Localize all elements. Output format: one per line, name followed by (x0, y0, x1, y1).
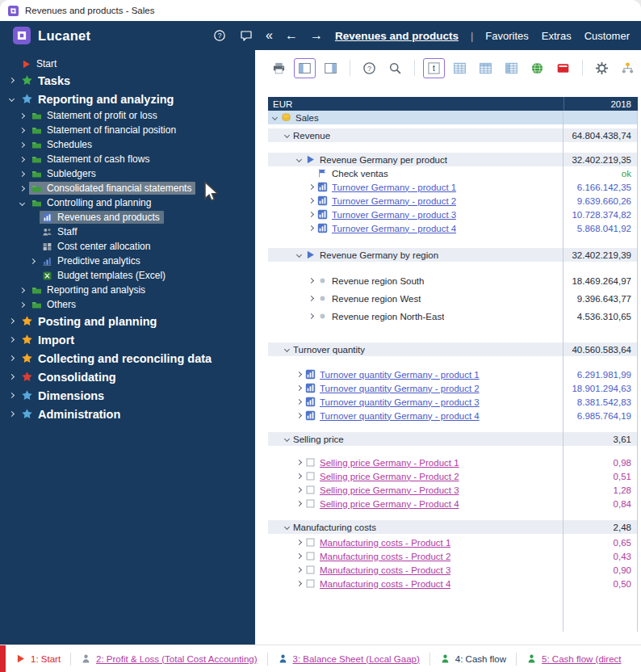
grid-row-label[interactable]: Turnover Germany - product 3 (332, 210, 456, 220)
tree-node[interactable]: Posting and planning (19, 314, 161, 329)
structure-button[interactable] (617, 58, 639, 78)
grid-row-label[interactable]: Manufacturing costs - Product 1 (320, 538, 450, 548)
feedback-bubble-icon[interactable] (239, 28, 253, 43)
forward-icon[interactable]: → (310, 29, 323, 42)
grid-row-label[interactable]: Turnover quantity Germany - product 4 (320, 411, 480, 421)
chevron-right-icon[interactable] (19, 185, 25, 191)
row-chevron-right-icon[interactable] (296, 473, 302, 479)
grid-row-label[interactable]: Turnover quantity (293, 345, 365, 355)
tree-node[interactable]: Start (19, 57, 61, 70)
chevron-right-icon[interactable] (19, 141, 25, 147)
sidebar-item[interactable]: Administration (0, 405, 255, 423)
text-view-button[interactable]: t (423, 58, 445, 78)
grid-row-label[interactable]: Revenue region West (332, 294, 421, 304)
sidebar-item[interactable]: Consolidating (0, 368, 255, 386)
tree-node[interactable]: Subledgers (29, 167, 100, 180)
grid-row-label[interactable]: Check ventas (332, 169, 388, 178)
grid-value-cell[interactable]: 0,90 (563, 563, 638, 577)
row-chevron-right-icon[interactable] (296, 501, 302, 506)
chevron-right-icon[interactable] (19, 156, 25, 162)
row-chevron-right-icon[interactable] (296, 372, 302, 377)
row-chevron-right-icon[interactable] (308, 184, 314, 190)
grid-row-label[interactable]: Revenue region North-East (332, 312, 444, 321)
grid-row-label[interactable]: Manufacturing costs - Product 4 (320, 579, 450, 589)
tree-node[interactable]: Predictive analytics (40, 254, 145, 267)
sidebar-item[interactable]: Budget templates (Excel) (0, 268, 255, 283)
grid-row-label[interactable]: Revenue Germany by region (320, 250, 438, 260)
report-tab[interactable]: 5: Cash flow (direct (517, 645, 631, 672)
tree-node[interactable]: Budget templates (Excel) (40, 269, 170, 282)
table-view-button[interactable] (449, 58, 471, 78)
grid-value-cell[interactable]: 6.985.764,19 (563, 409, 638, 422)
sidebar-item[interactable]: Predictive analytics (0, 254, 255, 268)
grid-row-label[interactable]: Turnover Germany - product 1 (332, 183, 456, 192)
sidebar-item[interactable]: Controlling and planning (0, 195, 255, 210)
grid-value-cell[interactable]: 1,28 (563, 483, 638, 497)
grid-value-cell[interactable]: 0,43 (563, 549, 638, 563)
row-chevron-right-icon[interactable] (308, 225, 314, 231)
chevron-right-icon[interactable] (30, 258, 36, 263)
sidebar-item[interactable]: Schedules (0, 137, 255, 152)
report-view-button[interactable] (552, 58, 574, 78)
row-chevron-right-icon[interactable] (296, 581, 302, 586)
chevron-right-icon[interactable] (9, 318, 15, 324)
layout-left-button[interactable] (294, 58, 316, 78)
menu-item[interactable]: Customer (584, 30, 630, 42)
print-button[interactable] (268, 58, 290, 78)
grid-value-cell[interactable]: 10.728.374,82 (563, 208, 638, 221)
tree-node[interactable]: Schedules (29, 138, 96, 151)
grid-row-label[interactable]: Selling price Germany - Product 1 (320, 458, 459, 468)
sidebar-item[interactable]: Tasks (0, 71, 255, 90)
tree-node[interactable]: Staff (40, 225, 81, 238)
sidebar-item[interactable]: Subledgers (0, 166, 255, 181)
sidebar-item[interactable]: Dimensions (0, 386, 255, 405)
grid-row-label[interactable]: Manufacturing costs - Product 3 (320, 565, 450, 575)
sidebar-item[interactable]: Others (0, 297, 255, 312)
tree-node[interactable]: Statement of profit or loss (29, 109, 161, 122)
row-chevron-right-icon[interactable] (296, 399, 302, 405)
grid-row-label[interactable]: Turnover quantity Germany - product 3 (320, 397, 480, 407)
row-chevron-down-icon[interactable] (296, 157, 302, 162)
row-chevron-down-icon[interactable] (284, 436, 290, 442)
chevron-right-icon[interactable] (9, 374, 15, 380)
chevron-right-icon[interactable] (9, 411, 15, 417)
grid-row-label[interactable]: Turnover Germany - product 4 (332, 224, 456, 233)
sidebar-item[interactable]: Cost center allocation (0, 239, 255, 254)
tree-node[interactable]: Consolidating (19, 370, 120, 384)
tree-node[interactable]: Cost center allocation (40, 240, 154, 253)
tree-node[interactable]: Import (19, 333, 78, 347)
help-button[interactable]: ? (358, 58, 380, 78)
row-chevron-right-icon[interactable] (308, 278, 314, 284)
sidebar-item[interactable]: Statement of cash flows (0, 152, 255, 166)
tree-node[interactable]: Others (29, 298, 80, 311)
sidebar-item[interactable]: Import (0, 330, 255, 349)
grid-row-label[interactable]: Turnover Germany - product 2 (332, 196, 456, 206)
sidebar-item[interactable]: Consolidated financial statements (0, 181, 255, 195)
menu-item[interactable]: Favorites (485, 30, 528, 42)
report-tab[interactable]: 3: Balance Sheet (Local Gaap) (268, 645, 429, 672)
grid-value-cell[interactable]: 0,98 (563, 456, 638, 469)
tree-node[interactable]: Reporting and analysis (29, 284, 149, 296)
tree-node[interactable]: Consolidated financial statements (29, 182, 195, 195)
sidebar-item[interactable]: Collecting and reconciling data (0, 349, 255, 368)
row-chevron-right-icon[interactable] (296, 460, 302, 465)
grid-header-period[interactable]: 2018 (563, 97, 638, 111)
chevron-right-icon[interactable] (9, 337, 15, 342)
chevron-down-icon[interactable] (9, 96, 15, 102)
tree-node[interactable]: Tasks (19, 74, 74, 88)
row-chevron-down-icon[interactable] (284, 132, 290, 138)
grid-row-label[interactable]: Selling price Germany - Product 3 (320, 485, 459, 495)
grid-value-cell[interactable]: 6.166.142,35 (563, 180, 638, 194)
row-chevron-right-icon[interactable] (308, 198, 314, 204)
grid-value-cell[interactable]: 0,50 (563, 577, 638, 590)
row-chevron-right-icon[interactable] (296, 540, 302, 545)
grid-row-label[interactable]: Manufacturing costs - Product 2 (320, 552, 450, 561)
report-tab[interactable]: 2: Profit & Loss (Total Cost Accounting) (71, 645, 266, 672)
grid-value-cell[interactable]: 0,84 (563, 497, 638, 510)
row-chevron-down-icon[interactable] (272, 115, 278, 120)
chevron-right-icon[interactable] (19, 301, 25, 307)
row-chevron-down-icon[interactable] (284, 346, 290, 352)
chevron-right-icon[interactable] (19, 127, 25, 132)
grid-header-currency[interactable]: EUR (268, 97, 563, 111)
row-chevron-right-icon[interactable] (308, 212, 314, 217)
